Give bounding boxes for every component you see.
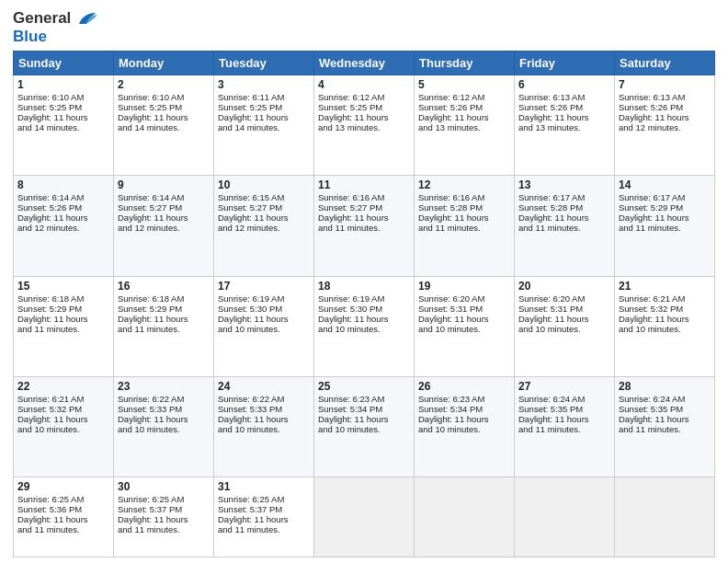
logo-bird-icon xyxy=(77,11,97,28)
calendar-cell: 25Sunrise: 6:23 AMSunset: 5:34 PMDayligh… xyxy=(314,376,415,477)
day-info-line: Sunset: 5:27 PM xyxy=(218,202,310,213)
day-info-line: and 11 minutes. xyxy=(118,324,210,334)
day-info-line: Sunrise: 6:15 AM xyxy=(218,192,310,202)
day-number: 20 xyxy=(518,280,610,293)
day-info-line: Sunset: 5:29 PM xyxy=(619,202,711,213)
day-info-line: and 11 minutes. xyxy=(418,223,510,233)
day-info-line: Sunrise: 6:25 AM xyxy=(218,494,310,504)
day-info-line: Daylight: 11 hours xyxy=(17,314,109,324)
day-number: 9 xyxy=(118,178,210,191)
day-info-line: and 13 minutes. xyxy=(418,122,510,132)
day-info-line: and 12 minutes. xyxy=(17,223,109,233)
day-number: 18 xyxy=(318,280,410,293)
header-wednesday: Wednesday xyxy=(314,52,415,75)
calendar-cell: 18Sunrise: 6:19 AMSunset: 5:30 PMDayligh… xyxy=(314,276,415,376)
day-info-line: and 12 minutes. xyxy=(619,122,711,132)
calendar-cell: 20Sunrise: 6:20 AMSunset: 5:31 PMDayligh… xyxy=(515,276,615,376)
day-info-line: and 11 minutes. xyxy=(17,324,109,334)
day-info-line: Sunrise: 6:19 AM xyxy=(218,293,310,304)
calendar-cell: 1Sunrise: 6:10 AMSunset: 5:25 PMDaylight… xyxy=(14,75,114,176)
calendar-cell: 11Sunrise: 6:16 AMSunset: 5:27 PMDayligh… xyxy=(314,176,415,276)
calendar-cell xyxy=(314,477,415,557)
calendar-cell: 2Sunrise: 6:10 AMSunset: 5:25 PMDaylight… xyxy=(114,75,214,176)
day-number: 24 xyxy=(218,380,310,393)
day-info-line: and 10 minutes. xyxy=(318,324,410,334)
day-info-line: Sunset: 5:27 PM xyxy=(118,202,210,213)
day-info-line: Sunset: 5:37 PM xyxy=(118,504,210,514)
day-info-line: Sunset: 5:31 PM xyxy=(418,304,510,314)
day-number: 12 xyxy=(418,178,510,191)
calendar-cell: 16Sunrise: 6:18 AMSunset: 5:29 PMDayligh… xyxy=(114,276,214,376)
day-number: 7 xyxy=(619,78,711,91)
header-saturday: Saturday xyxy=(615,52,715,75)
header-friday: Friday xyxy=(515,52,615,75)
day-info-line: Sunrise: 6:22 AM xyxy=(118,394,210,404)
day-number: 3 xyxy=(218,78,310,91)
day-info-line: and 11 minutes. xyxy=(318,223,410,233)
day-number: 13 xyxy=(518,178,610,191)
day-info-line: and 13 minutes. xyxy=(318,122,410,132)
calendar-cell: 17Sunrise: 6:19 AMSunset: 5:30 PMDayligh… xyxy=(214,276,314,376)
calendar-cell: 21Sunrise: 6:21 AMSunset: 5:32 PMDayligh… xyxy=(615,276,715,376)
day-info-line: Daylight: 11 hours xyxy=(318,314,410,324)
day-info-line: and 12 minutes. xyxy=(118,223,210,233)
day-number: 11 xyxy=(318,178,410,191)
calendar-cell: 10Sunrise: 6:15 AMSunset: 5:27 PMDayligh… xyxy=(214,176,314,276)
day-info-line: Sunset: 5:26 PM xyxy=(17,202,109,213)
day-info-line: Daylight: 11 hours xyxy=(218,514,310,524)
day-info-line: Daylight: 11 hours xyxy=(518,314,610,324)
header-tuesday: Tuesday xyxy=(214,52,314,75)
day-info-line: Sunset: 5:25 PM xyxy=(318,102,410,112)
day-info-line: Sunrise: 6:14 AM xyxy=(17,192,109,202)
day-info-line: Daylight: 11 hours xyxy=(218,213,310,223)
day-info-line: Sunrise: 6:25 AM xyxy=(17,494,109,504)
day-info-line: Sunrise: 6:14 AM xyxy=(118,192,210,202)
weekday-header-row: Sunday Monday Tuesday Wednesday Thursday… xyxy=(14,52,715,75)
day-info-line: Sunset: 5:31 PM xyxy=(518,304,610,314)
day-info-line: Daylight: 11 hours xyxy=(318,112,410,122)
day-info-line: Sunset: 5:35 PM xyxy=(518,404,610,414)
calendar-cell: 24Sunrise: 6:22 AMSunset: 5:33 PMDayligh… xyxy=(214,376,314,477)
day-info-line: and 10 minutes. xyxy=(418,424,510,434)
calendar-cell: 5Sunrise: 6:12 AMSunset: 5:26 PMDaylight… xyxy=(415,75,515,176)
day-number: 27 xyxy=(518,380,610,393)
day-number: 17 xyxy=(218,280,310,293)
day-info-line: Sunrise: 6:17 AM xyxy=(518,192,610,202)
day-info-line: and 11 minutes. xyxy=(518,424,610,434)
day-info-line: and 10 minutes. xyxy=(17,424,109,434)
day-info-line: Daylight: 11 hours xyxy=(619,414,711,424)
calendar-cell: 12Sunrise: 6:16 AMSunset: 5:28 PMDayligh… xyxy=(415,176,515,276)
day-info-line: Daylight: 11 hours xyxy=(318,414,410,424)
calendar-cell: 19Sunrise: 6:20 AMSunset: 5:31 PMDayligh… xyxy=(415,276,515,376)
logo: General Blue xyxy=(13,9,97,45)
day-info-line: and 11 minutes. xyxy=(118,524,210,534)
day-number: 28 xyxy=(619,380,711,393)
day-info-line: Sunrise: 6:16 AM xyxy=(318,192,410,202)
calendar-cell xyxy=(515,477,615,557)
header-thursday: Thursday xyxy=(415,52,515,75)
day-number: 14 xyxy=(619,178,711,191)
day-info-line: Sunrise: 6:11 AM xyxy=(218,92,310,102)
day-number: 5 xyxy=(418,78,510,91)
day-info-line: and 10 minutes. xyxy=(218,424,310,434)
page: General Blue Sunday xyxy=(0,0,728,563)
day-info-line: Sunrise: 6:10 AM xyxy=(118,92,210,102)
day-info-line: Sunset: 5:25 PM xyxy=(17,102,109,112)
day-info-line: and 11 minutes. xyxy=(619,223,711,233)
day-number: 1 xyxy=(17,78,109,91)
day-number: 10 xyxy=(218,178,310,191)
day-info-line: Sunset: 5:25 PM xyxy=(218,102,310,112)
calendar-cell: 7Sunrise: 6:13 AMSunset: 5:26 PMDaylight… xyxy=(615,75,715,176)
day-info-line: Daylight: 11 hours xyxy=(318,213,410,223)
header: General Blue xyxy=(13,9,715,45)
day-info-line: Sunrise: 6:17 AM xyxy=(619,192,711,202)
day-info-line: Sunset: 5:28 PM xyxy=(418,202,510,213)
day-info-line: Sunrise: 6:23 AM xyxy=(318,394,410,404)
day-info-line: Sunrise: 6:18 AM xyxy=(118,293,210,304)
header-sunday: Sunday xyxy=(14,52,114,75)
calendar-table: Sunday Monday Tuesday Wednesday Thursday… xyxy=(13,51,715,557)
day-info-line: Sunset: 5:36 PM xyxy=(17,504,109,514)
day-info-line: Sunrise: 6:23 AM xyxy=(418,394,510,404)
calendar-cell: 28Sunrise: 6:24 AMSunset: 5:35 PMDayligh… xyxy=(615,376,715,477)
day-info-line: Sunrise: 6:13 AM xyxy=(619,92,711,102)
